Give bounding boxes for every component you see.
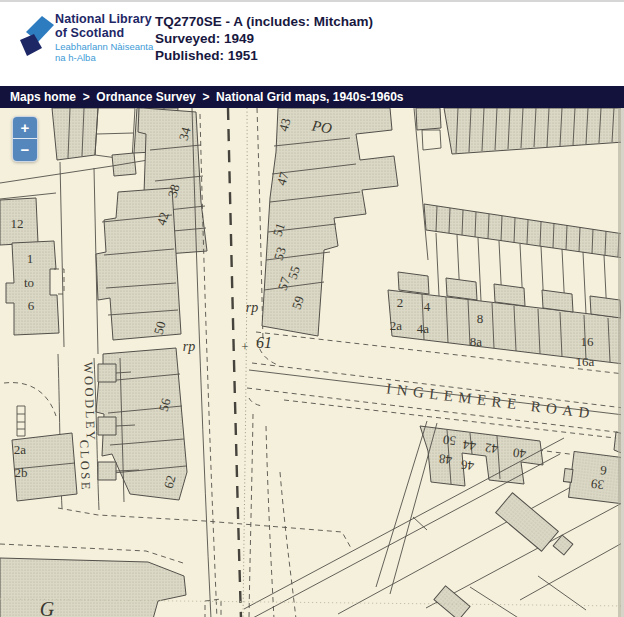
breadcrumb: Maps home > Ordnance Survey > National G… xyxy=(0,86,624,108)
map-label: CLOSE xyxy=(77,440,93,493)
breadcrumb-item[interactable]: Maps home xyxy=(10,90,76,104)
map-label: 42 xyxy=(484,440,499,456)
map-label: 44 xyxy=(462,437,477,454)
breadcrumb-separator: > xyxy=(76,90,96,104)
map-label: 4a xyxy=(417,321,430,336)
map-label: WOODLEY xyxy=(81,362,98,443)
map-label: 6 xyxy=(28,298,35,313)
map-label: 8 xyxy=(477,311,484,326)
map-label: 50 xyxy=(442,432,457,448)
page-header: National Library of Scotland Leabharlann… xyxy=(0,2,624,86)
brand-line1: National Library xyxy=(55,13,153,27)
map-sheet-title: TQ2770SE - A (includes: Mitcham) xyxy=(155,13,373,30)
map-canvas[interactable]: 343842505662121to62a2b43PO475153555759rp… xyxy=(0,108,624,617)
map-label: 4 xyxy=(424,299,431,314)
map-surveyed: Surveyed: 1949 xyxy=(155,30,373,47)
map-label: G xyxy=(40,598,55,617)
map-label: 40 xyxy=(512,445,527,461)
map-label: + xyxy=(241,339,248,354)
map-label: 46 xyxy=(460,457,475,474)
map-label: 16a xyxy=(576,354,595,369)
map-label: 2a xyxy=(14,442,27,457)
brand-gaelic2: na h-Alba xyxy=(55,53,153,63)
map-label: 8a xyxy=(470,334,483,349)
map-label: 2 xyxy=(397,295,404,310)
map-title-block: TQ2770SE - A (includes: Mitcham) Surveye… xyxy=(155,13,373,64)
map-label: 16 xyxy=(581,334,595,349)
nls-brand: National Library of Scotland Leabharlann… xyxy=(55,13,153,63)
map-label: rp xyxy=(246,300,258,315)
map-label: 2b xyxy=(15,465,28,480)
brand-line2: of Scotland xyxy=(55,27,153,41)
zoom-in-button[interactable]: + xyxy=(13,117,37,139)
map-viewport[interactable]: 343842505662121to62a2b43PO475153555759rp… xyxy=(0,108,624,617)
map-label: rp xyxy=(183,339,195,354)
map-label: 61 xyxy=(256,334,272,351)
map-label: 1 xyxy=(27,251,34,266)
map-label: 2a xyxy=(390,318,403,333)
breadcrumb-item[interactable]: Ordnance Survey xyxy=(96,90,195,104)
zoom-out-button[interactable]: − xyxy=(13,139,37,161)
map-label: 12 xyxy=(11,216,24,231)
zoom-control: + − xyxy=(12,116,38,162)
breadcrumb-item[interactable]: National Grid maps, 1940s-1960s xyxy=(216,90,403,104)
breadcrumb-separator: > xyxy=(196,90,216,104)
nls-logo-icon xyxy=(13,11,55,59)
map-label: 48 xyxy=(438,451,453,467)
map-label: to xyxy=(24,275,34,290)
brand-gaelic1: Leabharlann Nàiseanta xyxy=(55,42,153,52)
map-published: Published: 1951 xyxy=(155,47,373,64)
